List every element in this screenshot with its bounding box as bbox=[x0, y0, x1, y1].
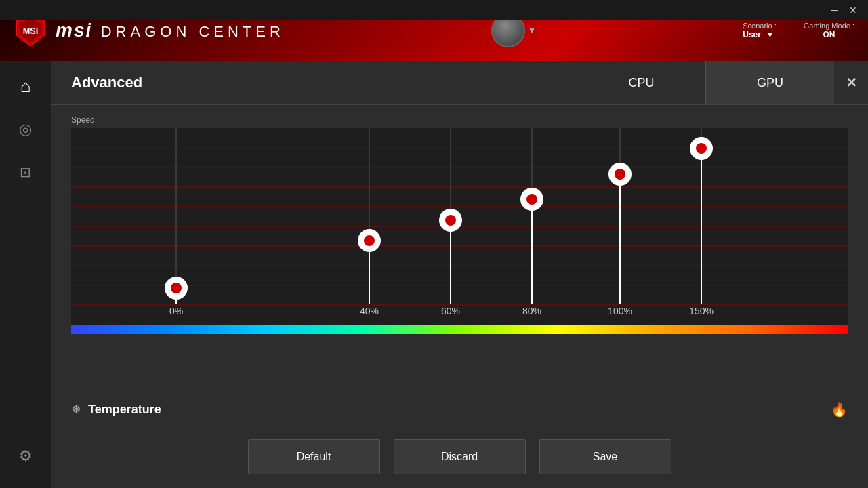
minimize-button[interactable]: ─ bbox=[825, 1, 844, 20]
window-close-button[interactable]: ✕ bbox=[844, 1, 863, 20]
flame-icon: 🔥 bbox=[831, 401, 848, 418]
scenario-value: User bbox=[743, 30, 761, 39]
speed-label: Speed bbox=[71, 115, 848, 125]
sidebar: ⌂ ◎ ⊡ ⚙ bbox=[0, 61, 51, 488]
sidebar-item-home[interactable]: ⌂ bbox=[7, 68, 44, 105]
svg-text:60%: 60% bbox=[441, 306, 460, 317]
svg-point-38 bbox=[526, 194, 537, 205]
msi-text: msi bbox=[56, 20, 92, 41]
panel-title-area: Advanced bbox=[51, 61, 577, 104]
svg-point-34 bbox=[364, 235, 375, 246]
scenario-info: Scenario : User ▼ bbox=[743, 22, 777, 39]
svg-text:0%: 0% bbox=[169, 306, 183, 317]
temperature-label: Temperature bbox=[88, 403, 824, 417]
svg-text:40%: 40% bbox=[360, 306, 379, 317]
svg-text:100%: 100% bbox=[608, 306, 632, 317]
tab-gpu[interactable]: GPU bbox=[705, 61, 834, 104]
chart-svg: 0% 40% 60% 80% 100% 150% bbox=[71, 128, 848, 325]
chart-container: Speed bbox=[51, 105, 868, 393]
tab-area: CPU GPU bbox=[577, 61, 834, 104]
gaming-mode-info: Gaming Mode : ON bbox=[804, 22, 854, 39]
svg-point-42 bbox=[696, 143, 707, 154]
panel-title: Advanced bbox=[71, 74, 142, 92]
gaming-mode-label: Gaming Mode : bbox=[804, 22, 854, 30]
svg-point-40 bbox=[615, 169, 625, 180]
svg-text:MSI: MSI bbox=[23, 26, 39, 36]
gaming-mode-value: ON bbox=[804, 30, 854, 39]
save-button[interactable]: Save bbox=[539, 439, 671, 474]
discard-button[interactable]: Discard bbox=[394, 439, 526, 474]
sidebar-item-settings[interactable]: ⚙ bbox=[7, 437, 44, 474]
temperature-row: ❄ Temperature 🔥 bbox=[51, 393, 868, 426]
scenario-label: Scenario : bbox=[743, 22, 777, 30]
svg-text:80%: 80% bbox=[522, 306, 541, 317]
svg-point-36 bbox=[445, 215, 456, 226]
titlebar: ─ ✕ bbox=[0, 0, 868, 20]
sidebar-item-network[interactable]: ◎ bbox=[7, 110, 44, 148]
snowflake-icon: ❄ bbox=[71, 402, 81, 417]
header-right: Scenario : User ▼ Gaming Mode : ON bbox=[743, 22, 854, 39]
svg-text:150%: 150% bbox=[689, 306, 714, 317]
dragon-center-text: DRAGON CENTER bbox=[101, 23, 285, 40]
temperature-gradient-bar bbox=[71, 325, 848, 334]
panel-header: Advanced CPU GPU ✕ bbox=[51, 61, 868, 105]
panel-close-button[interactable]: ✕ bbox=[834, 61, 868, 104]
msi-wordmark: msi DRAGON CENTER bbox=[56, 20, 285, 41]
tab-cpu[interactable]: CPU bbox=[577, 61, 705, 104]
sidebar-item-toolkit[interactable]: ⊡ bbox=[7, 153, 44, 190]
advanced-panel: Advanced CPU GPU ✕ Speed bbox=[51, 61, 868, 488]
scenario-chevron-icon[interactable]: ▼ bbox=[766, 30, 774, 39]
svg-point-32 bbox=[171, 283, 182, 293]
default-button[interactable]: Default bbox=[248, 439, 380, 474]
main-content: Advanced CPU GPU ✕ Speed bbox=[51, 61, 868, 488]
action-buttons: Default Discard Save bbox=[51, 426, 868, 488]
fan-speed-chart: 0% 40% 60% 80% 100% 150% bbox=[71, 128, 848, 325]
profile-chevron-icon: ▼ bbox=[528, 26, 536, 35]
